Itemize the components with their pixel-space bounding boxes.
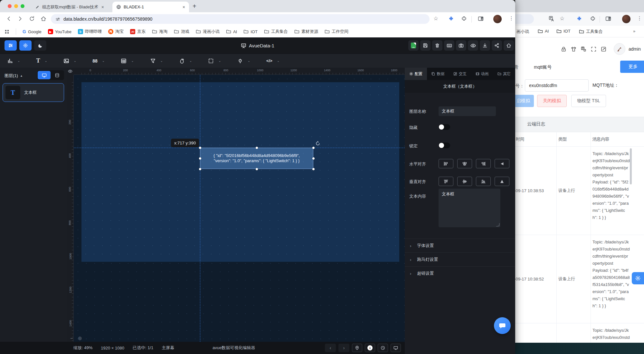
user-menu[interactable]: admin [614, 43, 641, 55]
close-window-button[interactable] [8, 4, 12, 8]
bookmark-taobao[interactable]: 淘淘宝 [108, 29, 124, 34]
screen-area[interactable] [81, 82, 399, 262]
locate-button[interactable] [352, 344, 362, 352]
bookmark-folder[interactable]: 游戏 [174, 29, 189, 34]
site-settings-icon[interactable] [55, 17, 60, 22]
text-tool[interactable]: T⌄ [36, 57, 47, 64]
language-icon[interactable] [581, 46, 586, 52]
code-tool[interactable]: </>⌄ [266, 58, 279, 63]
browser-menu-icon[interactable]: ⋮ [637, 15, 642, 21]
stop-simulation-button[interactable]: 关闭模拟 [537, 95, 567, 107]
share-button[interactable] [492, 40, 502, 51]
bookmark-folder[interactable]: 漫画小说 [196, 29, 220, 34]
pinned-extension-icon[interactable] [448, 16, 454, 22]
bookmark-google[interactable]: GGoogle [23, 29, 42, 34]
extensions-icon[interactable] [590, 16, 596, 22]
close-tab-icon[interactable]: × [101, 5, 104, 10]
layers-header[interactable]: 图层(1)▲ [5, 73, 23, 79]
download-button[interactable] [480, 40, 490, 51]
align-top-button[interactable] [439, 177, 453, 186]
close-tab-icon[interactable]: × [183, 5, 185, 10]
floating-settings-button[interactable] [632, 272, 644, 284]
hide-toggle[interactable] [439, 124, 450, 130]
pinned-extension-icon[interactable] [576, 16, 582, 22]
bookmark-item[interactable]: AI [538, 29, 549, 34]
section-font-settings[interactable]: › 字体设置 [405, 239, 515, 252]
bookmark-item[interactable]: 画小说 [516, 29, 529, 34]
debug-note-icon[interactable] [601, 46, 606, 52]
apps-grid-icon[interactable] [5, 29, 9, 34]
redo-button[interactable]: › [338, 344, 349, 352]
ruler-visibility-icon[interactable] [67, 68, 74, 75]
browser-menu-icon[interactable]: ⋮ [509, 15, 514, 21]
lock-toggle[interactable] [439, 143, 450, 148]
align-bottom-button[interactable] [476, 177, 491, 186]
section-hyperlink-settings[interactable]: › 超链设置 [405, 266, 515, 280]
tab-data[interactable]: 数据 [427, 68, 449, 80]
resize-handle[interactable] [199, 157, 201, 160]
bookmark-folder[interactable]: 工具集合 [264, 29, 288, 34]
bookmark-item[interactable]: IOT [556, 29, 571, 34]
format-tool[interactable]: ⌄ [237, 58, 250, 64]
lock-icon[interactable] [561, 46, 566, 52]
more-button[interactable]: 更多 [620, 61, 644, 73]
resize-handle[interactable] [256, 147, 258, 149]
tab-config[interactable]: 配置 [405, 68, 427, 80]
tab-animation[interactable]: 动画 [471, 68, 493, 80]
history-button[interactable] [378, 344, 388, 352]
bookmark-folder[interactable]: IOT [243, 29, 258, 34]
selected-text-element[interactable]: { "id": "5f2016bf56b448d8a4d948096b9e56f… [200, 148, 313, 169]
tsl-model-button[interactable]: 物模型 TSL [571, 95, 606, 107]
tab-other[interactable]: 其它 [493, 68, 515, 80]
align-left-button[interactable] [439, 159, 453, 168]
search-tabs-icon[interactable] [478, 16, 484, 22]
tab-bladex[interactable]: BLADEX-1 × [112, 2, 189, 12]
translate-icon[interactable] [549, 16, 554, 22]
bookmark-youtube[interactable]: ▶YouTube [48, 29, 71, 34]
start-simulation-button[interactable]: 启模拟 [515, 95, 534, 107]
funnel-tool[interactable]: ⌄ [150, 58, 163, 64]
section-marquee-settings[interactable]: › 跑马灯设置 [405, 252, 515, 266]
screenshot-button[interactable] [456, 40, 466, 51]
chart-tool[interactable]: ⌄ [7, 58, 20, 64]
layer-name-input[interactable]: 文本框 [439, 106, 496, 116]
layer-item-textbox[interactable]: T 文本框 [3, 83, 64, 102]
fullscreen-icon[interactable] [591, 46, 596, 52]
customer-service-chat-button[interactable] [494, 317, 511, 334]
bookmark-star-icon[interactable]: ☆ [433, 15, 438, 22]
bookmark-item[interactable]: 工具集合 [579, 29, 603, 34]
minimize-window-button[interactable] [14, 4, 18, 8]
resize-handle[interactable] [256, 168, 258, 170]
table-tool[interactable]: ⌄ [121, 58, 134, 64]
resize-handle[interactable] [312, 168, 315, 170]
bookmark-folder[interactable]: AI [226, 29, 237, 34]
theme-shirt-icon[interactable] [571, 46, 576, 52]
data-view-button[interactable] [51, 71, 63, 79]
tab-blade-doc[interactable]: 组态获取mqtt数据 - Blade技术 × [31, 2, 108, 12]
shape-tool[interactable]: ⌄ [179, 58, 192, 64]
screen-button[interactable] [391, 344, 401, 352]
resize-handle[interactable] [312, 147, 315, 149]
search-tabs-icon[interactable] [605, 16, 611, 22]
preview-button[interactable] [468, 40, 478, 51]
locate-icon[interactable]: ◎ [78, 336, 81, 340]
text-content-textarea[interactable]: 文本框 [439, 189, 500, 227]
info-button[interactable]: i [365, 344, 375, 352]
new-tab-button[interactable]: + [193, 3, 196, 10]
design-canvas[interactable]: 0 200 400 600 800 1000 1200 1400 1600 18… [67, 68, 405, 342]
profile-avatar[interactable] [622, 15, 630, 23]
undo-button[interactable]: ‹ [325, 344, 336, 352]
mqtt-account-input[interactable]: exu0nstdcdfm [525, 79, 589, 92]
export-xls-button[interactable]: xls [408, 40, 419, 51]
cloud-log-tab[interactable]: 云端日志 [527, 121, 545, 127]
counter-tool[interactable]: 88⌄ [92, 58, 105, 64]
align-center-h-button[interactable] [457, 159, 472, 168]
selection-tool[interactable]: ⌄ [208, 58, 221, 64]
home-icon[interactable] [41, 16, 46, 22]
bookmark-folder[interactable]: 工作空间 [325, 29, 348, 34]
bookmarks-overflow-icon[interactable]: » [633, 29, 635, 34]
tab-interaction[interactable]: 交互 [449, 68, 471, 80]
log-scrollbar[interactable] [630, 148, 632, 184]
url-bar[interactable]: data.bladex.cn/build/1967879706567589890 [51, 14, 430, 24]
zoom-window-button[interactable] [21, 4, 24, 8]
